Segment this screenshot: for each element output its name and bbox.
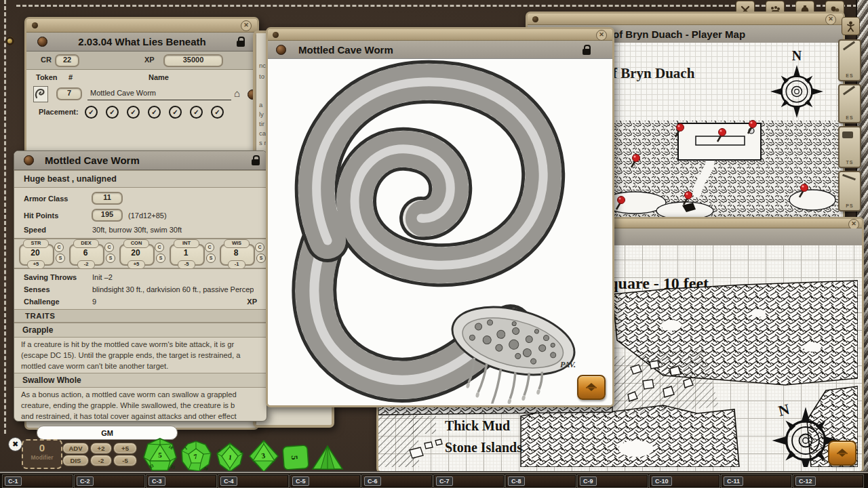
ability-name: CON: [123, 239, 149, 248]
hotkey-slot[interactable]: C-8: [506, 475, 576, 487]
image-header: Mottled Cave Worm: [268, 41, 612, 60]
ability-wis[interactable]: WIS 8 -1 C S: [220, 239, 267, 268]
ability-check-button[interactable]: C: [54, 243, 64, 252]
ability-save-button[interactable]: S: [56, 253, 65, 263]
placement-check-icon[interactable]: ✓: [211, 106, 224, 119]
toolbar-character-button[interactable]: [842, 17, 860, 35]
window-menu-icon[interactable]: [37, 37, 47, 47]
cr-field[interactable]: 22: [55, 54, 79, 67]
ability-int[interactable]: INT 1 -5 C S: [170, 239, 219, 268]
modifier-box[interactable]: 0 Modifier: [22, 439, 62, 469]
advantage-button[interactable]: ADV: [62, 443, 89, 454]
close-icon[interactable]: ✕: [596, 30, 607, 41]
hotkey-slot[interactable]: C-1: [3, 475, 73, 487]
hotkey-slot[interactable]: C-12: [793, 475, 863, 487]
ability-score[interactable]: 20: [119, 248, 152, 258]
plus2-button[interactable]: +2: [90, 443, 112, 454]
ability-check-button[interactable]: C: [155, 243, 164, 252]
placement-check-icon[interactable]: ✓: [85, 106, 98, 119]
lock-icon[interactable]: [252, 159, 260, 165]
disadvantage-button[interactable]: DIS: [62, 455, 89, 466]
token-count-field[interactable]: 7: [56, 87, 82, 100]
map-mask-button[interactable]: [828, 441, 856, 466]
hotkey-slot[interactable]: C-6: [362, 475, 432, 487]
leather-stitching-top: [16, 5, 857, 7]
hotkey-slot[interactable]: C-3: [146, 475, 216, 487]
chat-menu-icon[interactable]: ✖: [8, 437, 22, 451]
ability-save-button[interactable]: S: [106, 253, 115, 263]
ability-save-button[interactable]: S: [156, 253, 165, 263]
lock-icon[interactable]: [583, 49, 591, 55]
window-menu-icon[interactable]: [24, 155, 34, 165]
sidebar-tab[interactable]: ES: [838, 84, 861, 123]
close-icon[interactable]: ✕: [825, 14, 836, 25]
worm-token[interactable]: [33, 86, 48, 102]
xp-field[interactable]: 35000: [163, 54, 223, 67]
sidebar-tab[interactable]: TS: [838, 126, 861, 168]
map-title-fragment: f Bryn Duach: [612, 65, 695, 81]
ability-mod[interactable]: -5: [178, 260, 195, 269]
minus2-button[interactable]: -2: [90, 455, 112, 466]
image-title: Mottled Cave Worm: [298, 44, 393, 56]
minus5-button[interactable]: -5: [113, 455, 137, 466]
dice-d6[interactable]: 5: [281, 445, 310, 474]
placement-check-icon[interactable]: ✓: [169, 106, 182, 119]
placement-check-icon[interactable]: ✓: [190, 106, 203, 119]
ability-score[interactable]: 20: [19, 248, 52, 258]
npc-statblock-window[interactable]: Mottled Cave Worm Huge beast , unaligned…: [14, 150, 267, 422]
close-icon[interactable]: ✕: [241, 20, 252, 31]
hotkey-slot[interactable]: C-5: [290, 475, 360, 487]
hp-field[interactable]: 195: [92, 209, 123, 222]
ability-mod[interactable]: +5: [27, 260, 45, 269]
placement-check-icon[interactable]: ✓: [148, 106, 161, 119]
encounter-titlebar[interactable]: ✕: [26, 19, 257, 33]
map-titlebar[interactable]: ✕: [528, 14, 843, 25]
ability-check-button[interactable]: C: [104, 243, 114, 252]
dice-d8[interactable]: 3: [248, 440, 279, 475]
challenge-xp-label: XP: [247, 298, 257, 306]
ability-str[interactable]: STR 20 +5 C S: [19, 239, 68, 268]
sidebar-tab[interactable]: ES: [838, 39, 861, 81]
token-name-field[interactable]: Mottled Cave Worm: [90, 89, 156, 97]
hotkey-slot[interactable]: C-10: [650, 475, 719, 487]
ability-dex[interactable]: DEX 6 -2 C S: [69, 239, 119, 268]
dice-d10[interactable]: 1 7 3: [214, 443, 245, 475]
ability-con[interactable]: CON 20 +5 C S: [119, 239, 169, 268]
story-text-fragment: ly: [259, 110, 264, 118]
ability-check-button[interactable]: C: [255, 243, 264, 252]
hotkey-slot[interactable]: C-2: [75, 475, 144, 487]
ability-name: STR: [23, 239, 49, 248]
placement-label: Placement:: [39, 108, 79, 116]
image-titlebar[interactable]: ✕: [268, 29, 612, 41]
dice-d20[interactable]: 5 13 18 15: [142, 437, 178, 475]
ability-score[interactable]: 8: [220, 248, 252, 258]
hotkey-slot[interactable]: C-7: [434, 475, 504, 487]
ability-mod[interactable]: -1: [228, 260, 245, 269]
ability-score[interactable]: 1: [170, 248, 202, 258]
ability-check-button[interactable]: C: [205, 243, 214, 252]
hotkey-slot[interactable]: C-9: [578, 475, 648, 487]
challenge-value: 9: [92, 298, 96, 306]
image-tool-button[interactable]: [577, 375, 606, 400]
window-menu-icon[interactable]: [276, 45, 286, 55]
ability-mod[interactable]: +5: [127, 260, 145, 269]
placement-check-icon[interactable]: ✓: [106, 106, 119, 119]
ability-mod[interactable]: -2: [77, 260, 95, 269]
ability-save-button[interactable]: S: [206, 253, 216, 263]
sidebar-tab[interactable]: PS: [838, 171, 861, 211]
ability-score[interactable]: 6: [69, 248, 102, 258]
ac-field[interactable]: 11: [92, 192, 123, 205]
ability-save-button[interactable]: S: [256, 253, 266, 263]
plus5-button[interactable]: +5: [113, 443, 137, 454]
modifier-value: 0: [23, 442, 61, 454]
lock-icon[interactable]: [237, 41, 245, 47]
house-icon[interactable]: ⌂: [234, 89, 240, 98]
image-window[interactable]: ✕ Mottled Cave Worm: [266, 27, 614, 407]
placement-check-icon[interactable]: ✓: [127, 106, 140, 119]
dice-d12[interactable]: 7 1 10: [180, 441, 212, 475]
compass-north-label: N: [792, 48, 802, 63]
dice-d4[interactable]: [311, 445, 344, 474]
hotkey-slot[interactable]: C-4: [218, 475, 288, 487]
hotkey-slot[interactable]: C-11: [722, 475, 791, 487]
trait-text-line: (escape DC 15). Until the grapple ends, …: [14, 350, 267, 361]
